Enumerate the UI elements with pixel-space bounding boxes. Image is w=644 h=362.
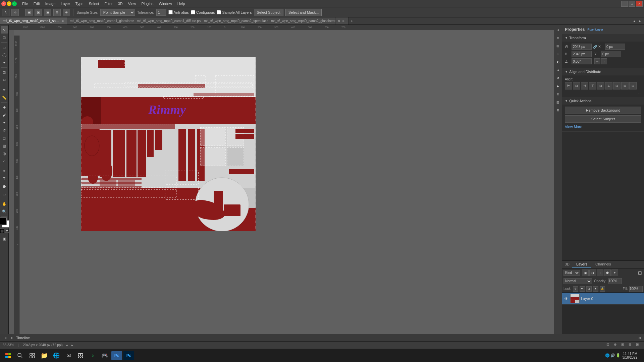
tool-brush[interactable]: 🖌 [1,111,8,119]
tool-options2-btn[interactable]: ⊹ [11,9,19,16]
align-center-h-btn[interactable]: ⊟ [573,82,580,89]
tool-hand[interactable]: ✋ [1,200,8,207]
layer-item-0[interactable]: 👁 Layer 0 [562,293,644,305]
lock-draw-btn[interactable]: ✒ [580,286,585,292]
panel-collapse-btn[interactable]: ◂ [631,18,637,24]
tool-healing[interactable]: ✚ [1,104,8,111]
tool-a-btn[interactable]: ▣ [25,9,33,16]
tab-5-close[interactable]: ✕ [341,19,345,23]
tab-1[interactable]: mtl_t6_wpn_smg_mp40_camo1_glossiness.psd… [67,17,134,25]
opacity-input[interactable] [608,278,622,284]
select-subject-qa-btn[interactable]: Select Subject [565,115,641,123]
tool-path[interactable]: ⬟ [1,183,8,190]
tool-eyedropper[interactable]: ✒ [1,86,8,94]
angle-input[interactable] [572,58,592,64]
tool-pen[interactable]: ✒ [1,167,8,175]
tool-artboard[interactable]: ⊡ [1,34,8,41]
actions-icon-btn[interactable]: ▶ [554,82,562,90]
styles-icon-btn[interactable]: ★ [554,66,562,74]
status-tool2-btn[interactable]: ⊕ [614,343,619,348]
layer-filter-select[interactable]: Kind Name Effect [564,270,580,276]
sample-all-checkbox[interactable] [217,10,221,14]
3d-tab[interactable]: 3D [562,261,572,268]
window-close-btn[interactable]: ✕ [1,1,6,6]
window-min-btn[interactable]: − [7,1,11,6]
anti-alias-checkbox[interactable] [168,10,173,14]
taskbar-photos-btn[interactable]: 🖼 [75,350,86,361]
taskbar-clock[interactable]: 11:41 PM 3/18/2022 [623,352,638,359]
taskbar-ps2-btn[interactable]: Ps [123,351,134,360]
transform-section-header[interactable]: ▼ Transform [562,34,644,42]
channels-tab[interactable]: Channels [591,261,615,268]
select-mask-btn[interactable]: Select and Mask... [285,9,322,16]
flip-v-btn[interactable]: ↕ [601,58,607,64]
photoshop-document[interactable]: Rimmy [81,57,256,231]
tool-e-btn[interactable]: ⊗ [63,9,70,16]
filter-shape-btn[interactable]: ⬟ [604,269,611,276]
tolerance-input[interactable] [156,9,166,16]
tabs-overflow-btn[interactable]: » [348,17,355,25]
taskbar-search-btn[interactable] [15,350,25,361]
tool-crop[interactable]: ⊡ [1,69,8,76]
properties-icon-btn[interactable]: ≡ [554,34,562,42]
collapse-right-btn[interactable]: ◂ [554,26,562,34]
tab-0[interactable]: mtl_t6_wpn_smg_mp40_camo1_specular.psd @… [0,17,67,25]
y-input[interactable] [601,51,621,57]
status-tool4-btn[interactable]: ⊟ [629,343,634,348]
tool-b-btn[interactable]: ▣ [35,9,42,16]
taskbar-ps-btn[interactable]: Ps [111,351,122,360]
tool-gradient[interactable]: ▨ [1,142,8,149]
screen-mode-btn[interactable]: ▣ [1,235,8,242]
lock-artboard-btn[interactable]: ⊡ [586,286,592,292]
menu-window[interactable]: Window [156,1,175,6]
taskbar-fileexplorer-btn[interactable]: 📁 [39,350,50,361]
tool-type[interactable]: T [1,175,8,182]
show-desktop-btn[interactable] [639,350,641,361]
gradient-icon-btn[interactable]: ▨ [554,99,562,106]
filter-smart-btn[interactable]: ✦ [611,269,618,276]
history-icon-btn[interactable]: ↺ [554,74,562,82]
menu-filter[interactable]: Filter [102,1,115,6]
tool-marquee[interactable]: ▭ [1,44,8,51]
tool-ruler[interactable]: 📏 [1,94,8,101]
network-icon[interactable]: 🌐 [605,353,610,358]
more-align-btn[interactable]: ··· [638,91,641,95]
layers-icon-btn[interactable]: ▨ [554,42,562,50]
layer-vis-btn[interactable]: 👁 [564,296,569,301]
panel-expand-btn[interactable]: ▸ [637,18,643,24]
taskbar-browser-btn[interactable]: 🌐 [51,350,62,361]
align-section-header[interactable]: ▼ Align and Distribute [562,68,644,75]
tool-d-btn[interactable]: ⊕ [53,9,61,16]
menu-image[interactable]: Image [43,1,58,6]
timeline-settings-btn[interactable]: ⚙ [638,336,641,340]
quick-actions-header[interactable]: ▼ Quick Actions [562,97,644,105]
tool-quick-select[interactable]: ✦ [1,59,8,66]
tool-move[interactable]: ↖ [1,26,8,34]
flip-h-btn[interactable]: ↔ [594,58,600,64]
distribute-center-btn[interactable]: ⊞ [621,82,629,89]
menu-help[interactable]: Help [175,1,188,6]
battery-icon[interactable]: 🔋 [616,353,621,358]
adjustments-icon-btn[interactable]: ◐ [554,58,562,66]
view-more-link[interactable]: View More [565,124,641,129]
x-input[interactable] [605,44,625,50]
menu-view[interactable]: View [125,1,139,6]
menu-file[interactable]: File [19,1,31,6]
select-subject-btn[interactable]: Select Subject [254,9,283,16]
ps-maximize-btn[interactable]: □ [629,1,635,7]
tool-move-btn[interactable]: ↖ [2,9,9,16]
filter-pixel-btn[interactable]: ▣ [582,269,589,276]
status-tool5-btn[interactable]: ⊠ [636,343,641,348]
tab-4[interactable]: mtl_t6_wpn_smg_mp40_camo2_glossiness.psd… [268,17,335,25]
layer-filter-toggle[interactable]: ⊡ [637,270,643,276]
lock-move-btn[interactable]: ✦ [593,286,598,292]
status-tool3-btn[interactable]: ⊞ [621,343,627,348]
swatches-icon-btn[interactable]: ⊟ [554,90,562,98]
lock-position-btn[interactable]: ⊹ [573,286,578,292]
tool-shape[interactable]: ▭ [1,190,8,198]
menu-type[interactable]: Type [73,1,86,6]
status-next-btn[interactable]: ▸ [70,343,75,348]
align-top-btn[interactable]: ⊤ [589,82,596,89]
taskbar-taskview-btn[interactable] [27,350,38,361]
tool-lasso[interactable]: ◯ [1,51,8,59]
